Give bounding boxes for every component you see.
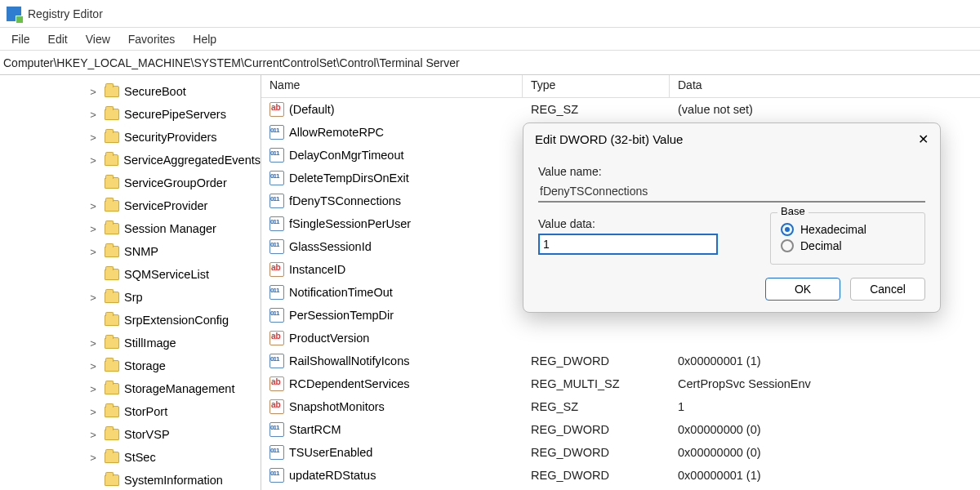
value-row[interactable]: RCDependentServicesREG_MULTI_SZCertPropS…: [261, 372, 980, 395]
tree-item-label: StorPort: [124, 405, 167, 418]
registry-tree[interactable]: >SecureBoot>SecurePipeServers>SecurityPr…: [0, 75, 261, 490]
tree-item-label: ServiceAggregatedEvents: [123, 154, 261, 167]
dialog-title: Edit DWORD (32-bit) Value: [535, 132, 683, 146]
chevron-right-icon[interactable]: >: [88, 452, 98, 464]
value-name: DelayConMgrTimeout: [289, 149, 403, 162]
radio-icon: [781, 239, 794, 252]
chevron-right-icon[interactable]: >: [88, 154, 98, 167]
value-data: 0x00000000 (0): [670, 446, 980, 459]
value-data: 0x00000000 (0): [670, 423, 980, 436]
tree-item[interactable]: >SystemInformation: [0, 469, 261, 490]
tree-item-label: SrpExtensionConfig: [124, 314, 229, 327]
value-row[interactable]: TSUserEnabledREG_DWORD0x00000000 (0): [261, 441, 980, 464]
tree-item-label: SecurePipeServers: [124, 108, 226, 121]
tree-item-label: StorageManagement: [124, 382, 234, 395]
value-row[interactable]: StartRCMREG_DWORD0x00000000 (0): [261, 418, 980, 441]
chevron-right-icon[interactable]: >: [88, 292, 98, 304]
column-name[interactable]: Name: [261, 75, 523, 97]
tree-item[interactable]: >StSec: [0, 446, 261, 469]
chevron-right-icon[interactable]: >: [88, 406, 98, 418]
chevron-right-icon[interactable]: >: [88, 86, 98, 98]
folder-icon: [105, 292, 119, 303]
folder-icon: [105, 337, 119, 349]
radio-hexadecimal[interactable]: Hexadecimal: [781, 223, 915, 236]
chevron-right-icon[interactable]: >: [88, 109, 98, 121]
value-row[interactable]: ProductVersion: [261, 327, 980, 350]
chevron-right-icon[interactable]: >: [88, 360, 98, 372]
value-type: REG_DWORD: [523, 423, 670, 436]
tree-item[interactable]: >SecurityProviders: [0, 126, 261, 149]
tree-item-label: SecurityProviders: [124, 131, 217, 144]
chevron-right-icon[interactable]: >: [88, 223, 98, 235]
tree-item-label: ServiceGroupOrder: [124, 176, 227, 189]
menu-favorites[interactable]: Favorites: [128, 33, 176, 46]
tree-item-label: SNMP: [124, 245, 158, 258]
value-name: GlassSessionId: [289, 240, 372, 253]
close-icon[interactable]: ✕: [918, 131, 929, 147]
tree-item[interactable]: >ServiceAggregatedEvents: [0, 149, 261, 172]
chevron-right-icon[interactable]: >: [88, 246, 98, 258]
value-row[interactable]: updateRDStatusREG_DWORD0x00000001 (1): [261, 464, 980, 487]
tree-item-label: SecureBoot: [124, 85, 186, 98]
tree-item[interactable]: >SecureBoot: [0, 80, 261, 103]
chevron-right-icon[interactable]: >: [88, 200, 98, 212]
value-name: (Default): [289, 103, 335, 116]
value-row[interactable]: (Default)REG_SZ(value not set): [261, 98, 980, 121]
folder-icon: [105, 200, 119, 212]
tree-item[interactable]: >Storage: [0, 354, 261, 377]
tree-item[interactable]: >SQMServiceList: [0, 263, 261, 286]
tree-item[interactable]: >StorVSP: [0, 423, 261, 446]
chevron-right-icon[interactable]: >: [88, 429, 98, 441]
binary-value-icon: [270, 422, 284, 437]
tree-item[interactable]: >StorPort: [0, 400, 261, 423]
value-list-pane: Name Type Data (Default)REG_SZ(value not…: [261, 75, 980, 490]
tree-item[interactable]: >StorageManagement: [0, 377, 261, 400]
value-name: NotificationTimeOut: [289, 286, 393, 299]
radio-decimal[interactable]: Decimal: [781, 239, 915, 252]
menu-help[interactable]: Help: [193, 33, 216, 46]
menu-edit[interactable]: Edit: [48, 33, 68, 46]
chevron-right-icon[interactable]: >: [88, 383, 98, 395]
column-type[interactable]: Type: [523, 75, 670, 97]
folder-icon: [105, 269, 119, 280]
tree-item[interactable]: >SecurePipeServers: [0, 103, 261, 126]
tree-item[interactable]: >ServiceProvider: [0, 194, 261, 217]
tree-item[interactable]: >SrpExtensionConfig: [0, 309, 261, 332]
chevron-right-icon[interactable]: >: [88, 337, 98, 350]
value-row[interactable]: RailShowallNotifyIconsREG_DWORD0x0000000…: [261, 350, 980, 372]
tree-item[interactable]: >ServiceGroupOrder: [0, 172, 261, 194]
value-data: (value not set): [670, 103, 980, 116]
tree-item[interactable]: >StillImage: [0, 332, 261, 354]
value-type: REG_MULTI_SZ: [523, 377, 670, 390]
menu-view[interactable]: View: [86, 33, 110, 46]
folder-icon: [105, 429, 119, 440]
value-row[interactable]: SnapshotMonitorsREG_SZ1: [261, 395, 980, 418]
value-data-label: Value data:: [538, 217, 746, 230]
edit-dword-dialog: Edit DWORD (32-bit) Value ✕ Value name: …: [523, 122, 941, 313]
address-text: Computer\HKEY_LOCAL_MACHINE\SYSTEM\Curre…: [3, 56, 460, 69]
titlebar: Registry Editor: [0, 0, 980, 28]
tree-item-label: Srp: [124, 291, 143, 304]
string-value-icon: [270, 102, 284, 117]
value-name: DeleteTempDirsOnExit: [289, 172, 409, 185]
tree-item-label: ServiceProvider: [124, 199, 207, 212]
string-value-icon: [270, 262, 284, 277]
column-headers: Name Type Data: [261, 75, 980, 98]
value-name: PerSessionTempDir: [289, 309, 394, 322]
base-label: Base: [777, 205, 808, 217]
menubar: File Edit View Favorites Help: [0, 28, 980, 51]
binary-value-icon: [270, 194, 284, 208]
column-data[interactable]: Data: [670, 75, 980, 97]
tree-item[interactable]: >Session Manager: [0, 217, 261, 240]
tree-item[interactable]: >Srp: [0, 286, 261, 309]
ok-button[interactable]: OK: [765, 278, 840, 301]
tree-item[interactable]: >SNMP: [0, 240, 261, 263]
cancel-button[interactable]: Cancel: [850, 278, 925, 301]
menu-file[interactable]: File: [11, 33, 30, 46]
address-bar[interactable]: Computer\HKEY_LOCAL_MACHINE\SYSTEM\Curre…: [0, 51, 980, 75]
value-data-input[interactable]: [538, 234, 718, 255]
value-type: REG_DWORD: [523, 446, 670, 459]
value-type: REG_SZ: [523, 400, 670, 413]
chevron-right-icon[interactable]: >: [88, 131, 98, 144]
tree-item-label: SystemInformation: [124, 474, 223, 487]
